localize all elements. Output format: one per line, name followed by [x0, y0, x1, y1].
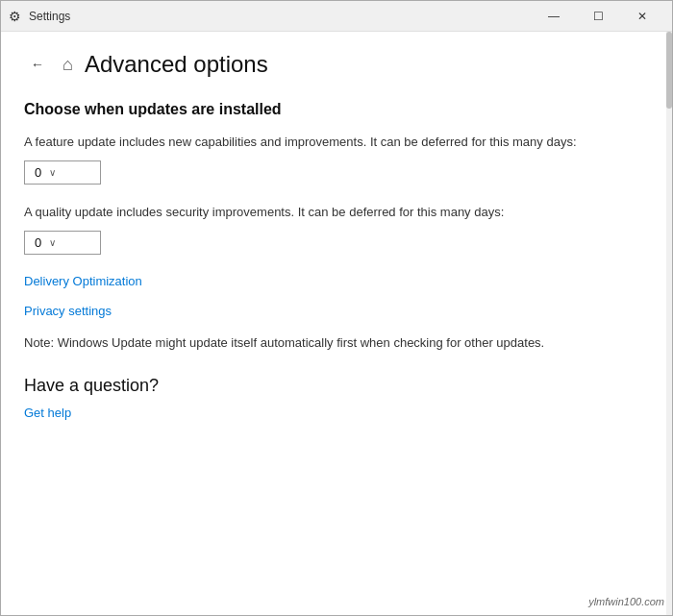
quality-update-dropdown-arrow: ∨ [49, 237, 56, 248]
title-bar-left: ⚙ Settings [9, 9, 532, 24]
feature-update-description: A feature update includes new capabiliti… [24, 134, 649, 151]
delivery-optimization-link[interactable]: Delivery Optimization [24, 274, 649, 288]
feature-update-dropdown[interactable]: 0 ∨ [24, 160, 101, 185]
question-section-title: Have a question? [24, 376, 649, 396]
minimize-button[interactable]: — [532, 1, 576, 32]
quality-update-section: A quality update includes security impro… [24, 204, 649, 255]
feature-update-section: A feature update includes new capabiliti… [24, 134, 649, 185]
maximize-button[interactable]: ☐ [576, 1, 620, 32]
privacy-settings-link[interactable]: Privacy settings [24, 304, 649, 318]
back-button[interactable]: ← [24, 51, 51, 78]
content-area: ← ⌂ Advanced options Choose when updates… [1, 32, 672, 615]
close-button[interactable]: ✕ [620, 1, 664, 32]
feature-update-value: 0 [35, 165, 41, 180]
quality-update-description: A quality update includes security impro… [24, 204, 649, 221]
page-header: ← ⌂ Advanced options [24, 51, 649, 78]
title-bar: ⚙ Settings — ☐ ✕ [1, 1, 672, 32]
settings-window: ⚙ Settings — ☐ ✕ ← ⌂ Advanced options Ch… [0, 0, 673, 616]
feature-update-dropdown-arrow: ∨ [49, 167, 56, 178]
scrollbar-track [666, 32, 672, 615]
settings-icon: ⚙ [9, 9, 21, 24]
back-icon: ← [31, 57, 44, 72]
section-title: Choose when updates are installed [24, 101, 649, 118]
quality-update-dropdown[interactable]: 0 ∨ [24, 231, 101, 255]
quality-update-value: 0 [35, 235, 41, 250]
title-bar-text: Settings [29, 10, 70, 23]
title-bar-controls: — ☐ ✕ [532, 1, 664, 32]
note-text: Note: Windows Update might update itself… [24, 333, 649, 353]
scrollbar-thumb[interactable] [666, 32, 672, 109]
home-icon: ⌂ [62, 55, 73, 75]
page-title: Advanced options [85, 51, 268, 78]
get-help-link[interactable]: Get help [24, 406, 649, 420]
